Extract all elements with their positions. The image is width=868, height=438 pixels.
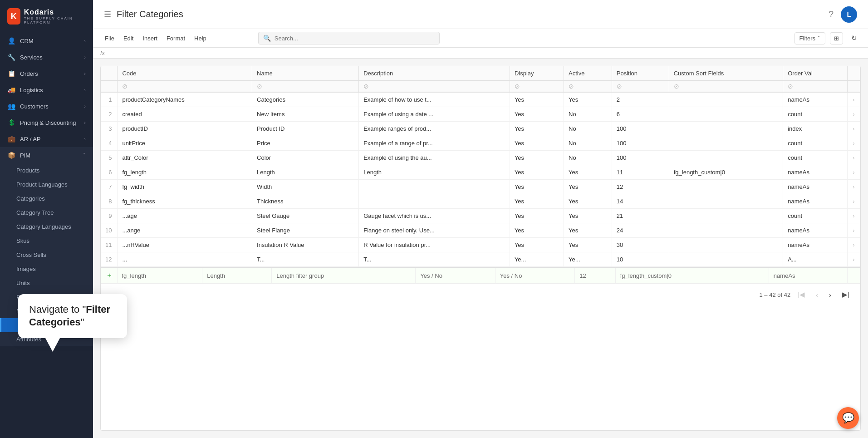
row-expand-button[interactable]: › <box>848 194 860 209</box>
row-expand-button[interactable]: › <box>848 209 860 223</box>
row-number: 11 <box>101 238 118 252</box>
toolbar-menu: File Edit Insert Format Help <box>100 32 211 44</box>
sidebar-item-product-languages[interactable]: Product Languages <box>0 177 93 192</box>
row-expand-button[interactable]: › <box>848 107 860 122</box>
row-expand-button[interactable]: › <box>848 122 860 136</box>
col-order-val[interactable]: Order Val <box>783 66 848 81</box>
filter-active[interactable]: ⊘ <box>564 81 612 93</box>
cell-code: ...ange <box>118 223 252 238</box>
cell-position: 21 <box>612 209 669 223</box>
refresh-button[interactable]: ↻ <box>848 32 861 44</box>
table-row[interactable]: 5 attr_Color Color Example of using the … <box>101 151 860 165</box>
row-expand-button[interactable]: › <box>848 92 860 107</box>
sidebar-item-orders[interactable]: 📋Orders › <box>0 65 93 82</box>
chevron-right-icon: › <box>84 103 86 109</box>
next-page-button[interactable]: › <box>825 289 835 300</box>
table-row[interactable]: 6 fg_length Length Length Yes Yes 11 fg_… <box>101 165 860 180</box>
table-row[interactable]: 4 unitPrice Price Example of a range of … <box>101 136 860 151</box>
menu-edit[interactable]: Edit <box>119 32 138 44</box>
sidebar-item-cross-sells[interactable]: Cross Sells <box>0 248 93 262</box>
sidebar-item-logistics[interactable]: 🚚Logistics › <box>0 82 93 98</box>
filter-code[interactable]: ⊘ <box>118 81 252 93</box>
chevron-right-icon: › <box>84 71 86 76</box>
table-row[interactable]: 10 ...ange Steel Flange Flange on steel … <box>101 223 860 238</box>
support-chat-button[interactable]: 💬 <box>837 407 859 429</box>
cell-order-val: count <box>783 209 848 223</box>
add-row-position: 12 <box>575 267 615 284</box>
col-name[interactable]: Name <box>252 66 359 81</box>
cell-description: Example of using the au... <box>359 151 510 165</box>
sidebar-item-pim[interactable]: 📦PIM ˅ <box>0 147 93 163</box>
col-code[interactable]: Code <box>118 66 252 81</box>
filter-name[interactable]: ⊘ <box>252 81 359 93</box>
add-row[interactable]: + fg_length Length Length filter group Y… <box>101 267 860 284</box>
table-row[interactable]: 1 productCategoryNames Categories Exampl… <box>101 92 860 107</box>
row-expand-button[interactable]: › <box>848 223 860 238</box>
sidebar-item-skus[interactable]: Skus <box>0 234 93 248</box>
search-input[interactable] <box>275 35 435 42</box>
first-page-button[interactable]: |◀ <box>794 289 809 300</box>
table-row[interactable]: 7 fg_width Width Yes Yes 12 nameAs › <box>101 180 860 194</box>
filter-display[interactable]: ⊘ <box>510 81 564 93</box>
customers-icon: 👥 <box>7 103 15 110</box>
table-row[interactable]: 12 ... T... T... Ye... Ye... 10 A... › <box>101 252 860 267</box>
table-row[interactable]: 2 created New Items Example of using a d… <box>101 107 860 122</box>
sidebar-item-categories[interactable]: Categories <box>0 192 93 206</box>
filter-order-val[interactable]: ⊘ <box>783 81 848 93</box>
row-number: 10 <box>101 223 118 238</box>
table-row[interactable]: 11 ...nRValue Insulation R Value R Value… <box>101 238 860 252</box>
col-description[interactable]: Description <box>359 66 510 81</box>
filter-custom-sort[interactable]: ⊘ <box>669 81 783 93</box>
prev-page-button[interactable]: ‹ <box>812 289 822 300</box>
help-icon[interactable]: ? <box>829 9 834 20</box>
sidebar-item-customers[interactable]: 👥Customers › <box>0 98 93 114</box>
sidebar-item-crm[interactable]: 👤CRM › <box>0 33 93 49</box>
cell-position: 12 <box>612 180 669 194</box>
grid-view-button[interactable]: ⊞ <box>830 32 843 44</box>
sidebar-item-category-languages[interactable]: Category Languages <box>0 220 93 234</box>
row-expand-button[interactable]: › <box>848 136 860 151</box>
last-page-button[interactable]: ▶| <box>839 289 853 300</box>
cell-custom-sort <box>669 92 783 107</box>
add-row-table: + fg_length Length Length filter group Y… <box>101 267 860 284</box>
menu-toggle-icon[interactable]: ☰ <box>104 10 111 20</box>
cell-code: ...age <box>118 209 252 223</box>
menu-insert[interactable]: Insert <box>138 32 162 44</box>
table-row[interactable]: 3 productID Product ID Example ranges of… <box>101 122 860 136</box>
menu-help[interactable]: Help <box>190 32 211 44</box>
sidebar-item-products[interactable]: Products <box>0 163 93 177</box>
menu-format[interactable]: Format <box>162 32 190 44</box>
row-expand-button[interactable]: › <box>848 165 860 180</box>
filters-button[interactable]: Filters ˅ <box>794 32 825 44</box>
avatar[interactable]: L <box>841 6 857 23</box>
cell-description: Gauge facet which is us... <box>359 209 510 223</box>
cell-description: Example of a range of pr... <box>359 136 510 151</box>
data-grid[interactable]: Code Name Description Display Active Pos… <box>100 66 861 431</box>
col-custom-sort[interactable]: Custom Sort Fields <box>669 66 783 81</box>
row-number: 12 <box>101 252 118 267</box>
row-expand-button[interactable]: › <box>848 252 860 267</box>
sidebar-item-services[interactable]: 🔧Services › <box>0 49 93 65</box>
sidebar-item-arap[interactable]: 💼AR / AP › <box>0 131 93 147</box>
filter-description[interactable]: ⊘ <box>359 81 510 93</box>
cell-code: created <box>118 107 252 122</box>
row-expand-button[interactable]: › <box>848 238 860 252</box>
menu-file[interactable]: File <box>100 32 119 44</box>
table-row[interactable]: 8 fg_thickness Thickness Yes Yes 14 name… <box>101 194 860 209</box>
sidebar-item-pricing[interactable]: 💲Pricing & Discounting › <box>0 114 93 131</box>
sidebar-item-units[interactable]: Units <box>0 276 93 290</box>
row-expand-button[interactable]: › <box>848 151 860 165</box>
filter-position[interactable]: ⊘ <box>612 81 669 93</box>
search-bar[interactable]: 🔍 <box>258 32 440 44</box>
cell-custom-sort <box>669 252 783 267</box>
sidebar-item-images[interactable]: Images <box>0 262 93 276</box>
logo-icon: K <box>7 8 20 25</box>
add-row-icon[interactable]: + <box>107 271 111 279</box>
sidebar-item-category-tree[interactable]: Category Tree <box>0 206 93 220</box>
table-row[interactable]: 9 ...age Steel Gauge Gauge facet which i… <box>101 209 860 223</box>
row-expand-button[interactable]: › <box>848 180 860 194</box>
col-display[interactable]: Display <box>510 66 564 81</box>
logo[interactable]: K Kodaris THE SUPPLY CHAIN PLATFORM <box>0 0 93 33</box>
col-active[interactable]: Active <box>564 66 612 81</box>
col-position[interactable]: Position <box>612 66 669 81</box>
